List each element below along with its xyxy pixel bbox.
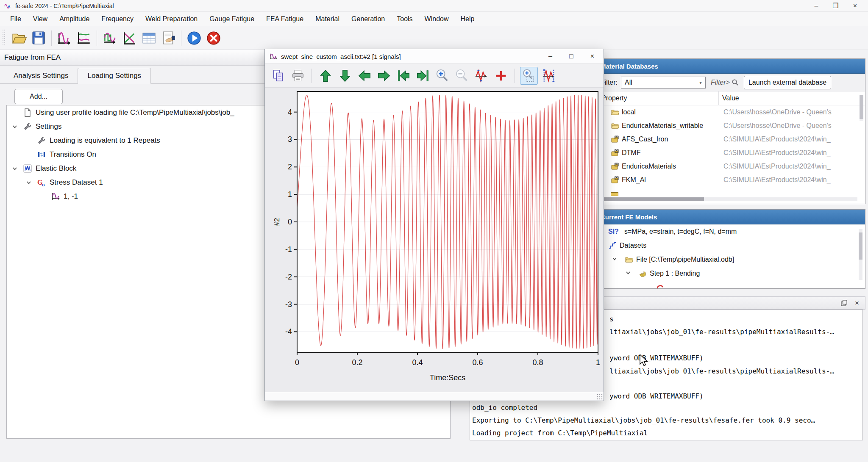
close-button[interactable]: × bbox=[853, 3, 857, 9]
pan-left-icon bbox=[357, 69, 372, 83]
expander-icon[interactable] bbox=[612, 256, 622, 263]
svg-text:#2: #2 bbox=[273, 218, 281, 226]
material-horizontal-scrollbar[interactable] bbox=[603, 197, 857, 201]
zoom-out-button[interactable] bbox=[453, 67, 470, 84]
run-icon bbox=[186, 30, 202, 46]
menu-view[interactable]: View bbox=[27, 15, 53, 23]
save-button[interactable] bbox=[29, 28, 48, 48]
minimize-button[interactable]: – bbox=[814, 3, 818, 9]
plot-close-button[interactable]: × bbox=[590, 53, 594, 60]
log-line: odb_io completed bbox=[472, 404, 537, 412]
database-row[interactable]: AFS_Cast_IronC:\SIMULIA\EstProducts\2024… bbox=[596, 133, 865, 146]
zoom-in-icon bbox=[435, 69, 450, 83]
database-row[interactable]: FKM_AlC:\SIMULIA\EstProducts\2024\win_ bbox=[596, 173, 865, 187]
open-button[interactable] bbox=[9, 28, 29, 48]
database-path: C:\Users\hosse\OneDrive - Queen's bbox=[723, 122, 865, 130]
svg-text:0.6: 0.6 bbox=[472, 358, 483, 367]
menu-fea-fatigue[interactable]: FEA Fatigue bbox=[260, 15, 309, 23]
menu-frequency[interactable]: Frequency bbox=[95, 15, 139, 23]
plot-window-titlebar[interactable]: swept_sine_custom_ascii.txt:#2 [1 signal… bbox=[265, 49, 604, 64]
tree-item-label: Elastic Block bbox=[36, 164, 76, 173]
fe-tree-item[interactable]: Step 1 : Bending bbox=[596, 266, 865, 280]
menu-material[interactable]: Material bbox=[309, 15, 345, 23]
signal-select-button[interactable] bbox=[540, 67, 557, 84]
filter-combobox[interactable]: All ▾ bbox=[621, 77, 706, 89]
fit-amplitude-button[interactable] bbox=[473, 67, 490, 84]
elastic-icon bbox=[22, 164, 33, 173]
graph-display-button[interactable] bbox=[74, 28, 94, 48]
fe-models-scrollbar[interactable] bbox=[859, 229, 862, 280]
add-button[interactable]: Add... bbox=[14, 89, 63, 104]
zoom-in-button[interactable] bbox=[434, 67, 451, 84]
tab-loading-settings[interactable]: Loading Settings bbox=[78, 68, 151, 84]
float-panel-icon[interactable] bbox=[841, 300, 847, 306]
current-fe-models-panel: Current FE Models SI? s=MPa, e=strain, t… bbox=[596, 209, 865, 289]
database-row[interactable]: EnduricaMaterialsC:\SIMULIA\EstProducts\… bbox=[596, 160, 865, 173]
db-lock-icon bbox=[611, 162, 622, 171]
pan-left-button[interactable] bbox=[356, 67, 373, 84]
database-name: EnduricaMaterials_writable bbox=[622, 122, 723, 130]
add-marker-button[interactable] bbox=[492, 67, 509, 84]
resize-grip[interactable] bbox=[597, 394, 603, 400]
plot-toolbar-separator bbox=[515, 69, 515, 83]
fe-tree-item[interactable]: File [C:\Temp\pipeMultiaxial.odb] bbox=[596, 252, 865, 266]
menu-help[interactable]: Help bbox=[455, 15, 481, 23]
toolbar-drag-handle[interactable] bbox=[3, 30, 6, 47]
mouse-cursor bbox=[638, 354, 649, 368]
column-property[interactable]: Property bbox=[596, 94, 718, 102]
launch-external-database-button[interactable]: Launch external database bbox=[744, 76, 831, 89]
filter-combobox-value: All bbox=[625, 79, 632, 86]
pan-up-button[interactable] bbox=[317, 67, 334, 84]
menu-file[interactable]: File bbox=[4, 15, 27, 23]
svg-text:0: 0 bbox=[295, 358, 299, 367]
material-vertical-scrollbar[interactable] bbox=[860, 95, 863, 121]
tree-item-label: Transitions On bbox=[50, 150, 96, 159]
menu-gauge-fatigue[interactable]: Gauge Fatigue bbox=[203, 15, 260, 23]
zoom-region-icon bbox=[522, 69, 536, 83]
tab-analysis-settings[interactable]: Analysis Settings bbox=[4, 68, 78, 83]
copy-button[interactable] bbox=[270, 67, 287, 84]
database-row[interactable]: EnduricaMaterials_writableC:\Users\hosse… bbox=[596, 119, 865, 133]
signal-chart[interactable]: 43210-1-2-3-400.20.40.60.81Time:Secs#2 bbox=[265, 87, 604, 393]
material-databases-header: Material Databases bbox=[596, 59, 865, 74]
menu-weld-preparation[interactable]: Weld Preparation bbox=[139, 15, 203, 23]
zigzag-icon bbox=[608, 241, 617, 250]
amplitude-analysis-icon bbox=[56, 30, 72, 46]
column-value[interactable]: Value bbox=[718, 91, 865, 105]
table-display-icon bbox=[141, 30, 157, 46]
units-row[interactable]: SI? s=MPa, e=strain, t=degC, f=N, d=mm bbox=[596, 224, 865, 238]
go-first-button[interactable] bbox=[395, 67, 412, 84]
plot-minimize-button[interactable]: – bbox=[548, 53, 552, 60]
svg-text:-3: -3 bbox=[285, 300, 292, 309]
menu-generation[interactable]: Generation bbox=[345, 15, 391, 23]
pan-right-button[interactable] bbox=[376, 67, 392, 84]
cross-plot-button[interactable] bbox=[120, 28, 139, 48]
tree-item-label: Using user profile loading file C:\Temp\… bbox=[36, 108, 234, 117]
plot-maximize-button[interactable]: □ bbox=[569, 53, 573, 60]
signal-generation-button[interactable] bbox=[100, 28, 120, 48]
restore-button[interactable]: ❐ bbox=[832, 3, 838, 9]
expander-icon[interactable] bbox=[24, 180, 33, 185]
expander-icon[interactable] bbox=[10, 124, 19, 130]
print-button[interactable] bbox=[289, 67, 306, 84]
svg-text:1: 1 bbox=[596, 358, 600, 367]
database-row[interactable]: DTMFC:\SIMULIA\EstProducts\2024\win_ bbox=[596, 146, 865, 160]
run-button[interactable] bbox=[184, 28, 204, 48]
folder-icon bbox=[611, 122, 622, 130]
expander-icon[interactable] bbox=[625, 270, 635, 277]
go-last-button[interactable] bbox=[415, 67, 431, 84]
sign-off-button[interactable] bbox=[159, 28, 178, 48]
amplitude-analysis-button[interactable] bbox=[55, 28, 74, 48]
close-panel-icon[interactable]: × bbox=[855, 299, 859, 307]
menu-tools[interactable]: Tools bbox=[391, 15, 418, 23]
database-row[interactable]: localC:\Users\hosse\OneDrive - Queen's bbox=[596, 105, 865, 119]
fe-tree-item[interactable]: Datasets bbox=[596, 238, 865, 252]
menu-window[interactable]: Window bbox=[419, 15, 455, 23]
zoom-region-button[interactable] bbox=[520, 67, 538, 85]
expander-icon[interactable] bbox=[10, 166, 19, 172]
table-display-button[interactable] bbox=[139, 28, 159, 48]
stop-button[interactable] bbox=[204, 28, 223, 48]
filter-search-input[interactable]: Filter> bbox=[709, 79, 740, 86]
menu-amplitude[interactable]: Amplitude bbox=[53, 15, 95, 23]
pan-down-button[interactable] bbox=[337, 67, 353, 84]
